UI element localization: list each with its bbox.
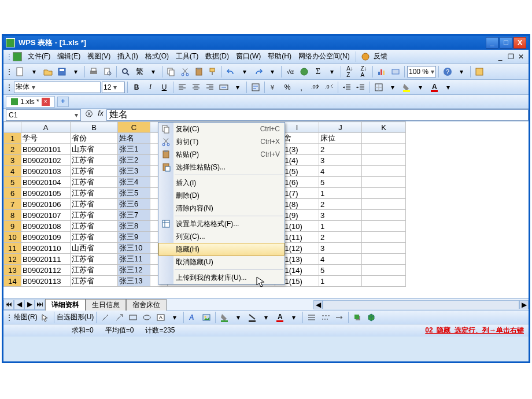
tools-icon[interactable] <box>473 65 486 78</box>
row-header[interactable]: 2 <box>4 144 21 155</box>
drawbar-handle[interactable]: ⋮ <box>6 313 13 322</box>
sheet-nav-last[interactable]: ⏭ <box>35 300 45 310</box>
increase-indent-icon[interactable] <box>354 81 367 94</box>
col-header-J[interactable]: J <box>319 122 362 133</box>
help-icon[interactable]: ? <box>441 65 454 78</box>
font-color-icon[interactable]: A <box>428 81 441 94</box>
dash-style-icon[interactable] <box>319 311 332 324</box>
font-color-draw-dropdown[interactable]: ▾ <box>287 311 300 324</box>
save-icon[interactable] <box>56 65 68 78</box>
menu-format[interactable]: 格式(O) <box>142 50 172 62</box>
wps-menu-icon[interactable] <box>13 52 22 61</box>
open-icon[interactable] <box>42 65 54 78</box>
decrease-indent-icon[interactable] <box>341 81 353 94</box>
fill-color-draw-dropdown[interactable]: ▾ <box>232 311 245 324</box>
fill-color-icon[interactable] <box>400 81 413 94</box>
formula-eval-icon[interactable]: √α <box>284 65 297 78</box>
line-color-icon[interactable] <box>246 311 258 324</box>
format-painter-icon[interactable] <box>206 65 219 78</box>
textbox-dropdown[interactable]: ▾ <box>168 311 181 324</box>
autosum-dropdown[interactable]: ▾ <box>326 65 338 78</box>
menu-file[interactable]: 文件(F) <box>24 50 54 62</box>
bold-button[interactable]: B <box>130 81 143 94</box>
menu-view[interactable]: 视图(V) <box>84 50 114 62</box>
menu-window[interactable]: 窗口(W) <box>232 50 264 62</box>
cancel-formula-icon[interactable]: ⓧ <box>83 109 95 121</box>
menu-edit[interactable]: 编辑(E) <box>54 50 84 62</box>
add-document-tab[interactable]: + <box>57 97 69 107</box>
undo-dropdown[interactable]: ▾ <box>238 65 251 78</box>
hscroll-right[interactable]: ▶ <box>519 300 529 309</box>
mdi-restore[interactable]: ❐ <box>506 53 515 61</box>
row-header[interactable]: 3 <box>4 155 21 166</box>
wrap-text-icon[interactable] <box>249 81 262 94</box>
insert-picture-icon[interactable] <box>200 311 213 324</box>
row-header[interactable]: 12 <box>4 254 21 265</box>
align-right-icon[interactable] <box>204 81 216 94</box>
context-menu-item[interactable]: 上传到我的素材库(U)... <box>158 271 285 284</box>
context-menu-item[interactable]: 复制(C)Ctrl+C <box>158 123 285 135</box>
row-header[interactable]: 1 <box>4 133 21 144</box>
context-menu-item[interactable]: 清除内容(N) <box>158 202 285 215</box>
hscroll-left[interactable]: ◀ <box>313 300 323 309</box>
3d-icon[interactable] <box>365 311 378 324</box>
italic-button[interactable]: I <box>144 81 157 94</box>
context-menu-item[interactable]: 隐藏(H) <box>158 243 285 256</box>
print-preview-icon[interactable] <box>101 65 114 78</box>
fanjian-dropdown[interactable]: ▾ <box>147 65 160 78</box>
spreadsheet-grid[interactable]: A B C E I J K 1 学号 省份 姓名 宿舍 床位 2 B090 <box>3 121 529 298</box>
sheet-tab-birthday[interactable]: 生日信息 <box>86 299 126 311</box>
sheet-nav-prev[interactable]: ◀ <box>14 300 24 310</box>
font-combo[interactable]: 宋体▾ <box>14 82 101 93</box>
sort-asc-icon[interactable]: A↓Z <box>343 65 356 78</box>
percent-icon[interactable]: % <box>281 81 294 94</box>
row-header[interactable]: 13 <box>4 265 21 276</box>
copy-icon[interactable] <box>165 65 178 78</box>
menu-help[interactable]: 帮助(H) <box>264 50 295 62</box>
currency-icon[interactable]: ¥ <box>267 81 280 94</box>
sheet-tab-dorm[interactable]: 宿舍床位 <box>126 299 167 311</box>
menu-netoffice[interactable]: 网络办公空间(N) <box>295 50 353 62</box>
line-style-icon[interactable] <box>305 311 318 324</box>
fill-color-draw-icon[interactable] <box>218 311 231 324</box>
context-menu-item[interactable]: 粘贴(P)Ctrl+V <box>158 148 285 161</box>
sheet-tab-detail[interactable]: 详细资料 <box>45 299 86 311</box>
maximize-button[interactable]: □ <box>500 37 512 49</box>
sort-desc-icon[interactable]: Z↓A <box>357 65 370 78</box>
menu-feedback[interactable]: 反馈 <box>370 50 391 62</box>
help-dropdown[interactable]: ▾ <box>455 65 468 78</box>
toolbar-handle[interactable]: ⋮ <box>6 68 13 76</box>
menubar-handle[interactable]: ⋮ <box>6 53 10 61</box>
merge-center-icon[interactable] <box>217 81 230 94</box>
arrow-style-icon[interactable] <box>333 311 346 324</box>
context-menu-item[interactable]: 剪切(T)Ctrl+X <box>158 135 285 148</box>
name-box[interactable]: C1▾ <box>6 109 81 121</box>
merge-dropdown[interactable]: ▾ <box>231 81 244 94</box>
align-left-icon[interactable] <box>176 81 189 94</box>
hscroll-track[interactable] <box>323 300 519 309</box>
underline-button[interactable]: U <box>158 81 171 94</box>
minimize-button[interactable]: _ <box>486 37 498 49</box>
menu-data[interactable]: 数据(D) <box>202 50 232 62</box>
cut-icon[interactable] <box>179 65 191 78</box>
close-button[interactable]: X <box>513 37 526 49</box>
context-menu-item[interactable]: 列宽(C)... <box>158 230 285 243</box>
col-header-K[interactable]: K <box>362 122 406 133</box>
sheet-nav-first[interactable]: ⏮ <box>3 300 14 310</box>
draw-menu[interactable]: 绘图(R) <box>14 312 38 322</box>
fx-icon[interactable]: fx <box>95 109 106 121</box>
row-header[interactable]: 4 <box>4 166 21 177</box>
formatbar-handle[interactable]: ⋮ <box>6 83 13 91</box>
row-header[interactable]: 9 <box>4 221 21 232</box>
row-header[interactable]: 7 <box>4 199 21 210</box>
row-header[interactable]: 11 <box>4 243 21 254</box>
context-menu-item[interactable]: 设置单元格格式(F)... <box>158 217 285 230</box>
context-menu-item[interactable]: 插入(I) <box>158 176 285 189</box>
fanjian-button[interactable]: 繁 <box>133 65 146 78</box>
row-header[interactable]: 8 <box>4 210 21 221</box>
row-header[interactable]: 14 <box>4 276 21 287</box>
font-color-dropdown[interactable]: ▾ <box>442 81 455 94</box>
wordart-icon[interactable]: A <box>186 311 199 324</box>
font-color-draw-icon[interactable]: A <box>274 311 286 324</box>
col-header-B[interactable]: B <box>71 122 118 133</box>
